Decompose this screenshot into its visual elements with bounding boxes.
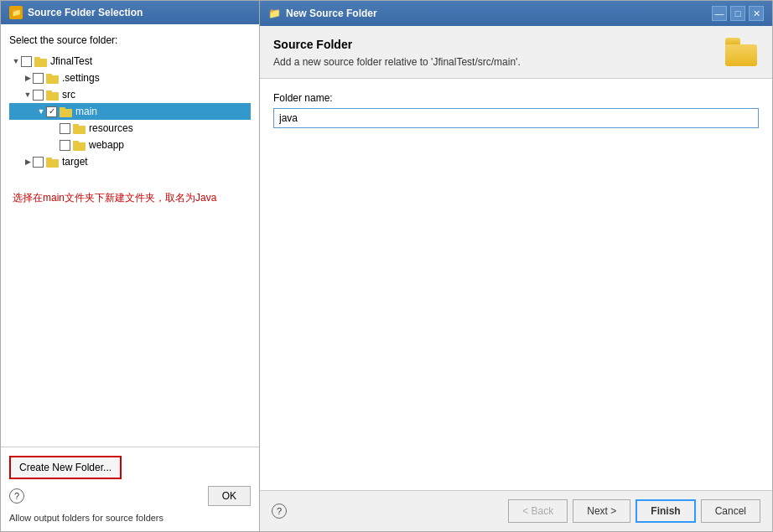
folder-name-input[interactable] <box>273 108 759 128</box>
folder-icon-src <box>46 90 60 101</box>
allow-output-text: Allow output folders for source folders <box>9 513 251 523</box>
folder-icon-webapp <box>73 140 86 151</box>
tree-label-main: main <box>75 103 97 120</box>
checkbox-jfinaltest[interactable] <box>21 56 32 67</box>
minimize-button[interactable]: — <box>712 6 727 21</box>
folder-icon-target <box>46 157 60 168</box>
annotation-text: 选择在main文件夹下新建文件夹，取名为Java <box>9 187 251 209</box>
checkbox-webapp[interactable] <box>60 140 70 151</box>
footer-buttons: < Back Next > Finish Cancel <box>508 499 760 523</box>
folder-icon-jfinaltest <box>34 56 48 67</box>
right-panel-titlebar: 📁 New Source Folder — □ ✕ <box>260 1 772 26</box>
tree-item-resources[interactable]: ▶ resources <box>9 120 251 137</box>
tree-label-settings: .settings <box>62 70 100 86</box>
right-panel-footer: ? < Back Next > Finish Cancel <box>260 490 772 531</box>
tree-label-src: src <box>62 86 75 103</box>
source-folder-heading: Source Folder <box>273 38 521 51</box>
tree-item-src[interactable]: ▼ src <box>9 86 251 103</box>
chevron-src[interactable]: ▼ <box>23 86 33 103</box>
folder-name-label: Folder name: <box>273 92 759 104</box>
checkbox-settings[interactable] <box>33 73 44 84</box>
big-folder-icon <box>725 38 759 66</box>
folder-icon-main <box>60 106 73 117</box>
left-panel-footer: Create New Folder... ? OK Allow output f… <box>1 447 259 531</box>
svg-rect-1 <box>34 57 40 60</box>
chevron-settings[interactable]: ▶ <box>23 70 33 86</box>
chevron-jfinaltest[interactable]: ▼ <box>11 53 21 70</box>
back-button[interactable]: < Back <box>508 499 568 523</box>
tree-label-webapp: webapp <box>89 137 124 153</box>
tree-item-webapp[interactable]: ▶ webapp <box>9 137 251 153</box>
new-source-folder-dialog: 📁 New Source Folder — □ ✕ Source Folder … <box>260 0 773 532</box>
header-text-block: Source Folder Add a new source folder re… <box>273 38 521 68</box>
tree-label-jfinaltest: JfinalTest <box>50 53 92 70</box>
tree-label-target: target <box>62 153 88 170</box>
left-panel-titlebar: 📁 Source Folder Selection <box>1 1 259 24</box>
tree-item-settings[interactable]: ▶ .settings <box>9 70 251 86</box>
checkbox-resources[interactable] <box>60 123 70 134</box>
checkbox-main[interactable]: ✓ <box>46 106 57 117</box>
svg-rect-7 <box>60 107 65 111</box>
select-folder-label: Select the source folder: <box>9 34 251 46</box>
title-controls: — □ ✕ <box>712 6 764 21</box>
tree-item-main[interactable]: ▼ ✓ main <box>9 103 251 120</box>
source-folder-selection-dialog: 📁 Source Folder Selection Select the sou… <box>0 0 260 532</box>
footer-left: ? <box>272 504 287 519</box>
folder-tree: ▼ JfinalTest ▶ .settings ▼ <box>9 53 251 170</box>
source-folder-icon: 📁 <box>9 6 23 19</box>
next-button[interactable]: Next > <box>573 499 630 523</box>
right-panel-title-label: New Source Folder <box>286 8 377 19</box>
svg-rect-11 <box>73 141 79 144</box>
right-panel-header: Source Folder Add a new source folder re… <box>260 26 772 79</box>
svg-rect-9 <box>73 124 79 127</box>
svg-rect-5 <box>46 90 52 94</box>
close-button[interactable]: ✕ <box>749 6 764 21</box>
checkbox-src[interactable] <box>33 90 44 101</box>
source-folder-desc: Add a new source folder relative to 'Jfi… <box>273 56 521 68</box>
svg-rect-13 <box>46 158 52 161</box>
new-source-folder-title-icon: 📁 <box>268 8 281 19</box>
right-panel-body: Folder name: <box>260 79 772 490</box>
cancel-button[interactable]: Cancel <box>701 499 760 523</box>
svg-rect-3 <box>46 74 52 77</box>
right-title-left: 📁 New Source Folder <box>268 8 377 19</box>
maximize-button[interactable]: □ <box>730 6 745 21</box>
create-new-folder-button[interactable]: Create New Folder... <box>9 456 122 479</box>
left-panel-body: Select the source folder: ▼ JfinalTest ▶ <box>1 24 259 447</box>
tree-label-resources: resources <box>89 120 133 137</box>
checkbox-target[interactable] <box>33 157 44 168</box>
bottom-row: ? OK <box>9 486 251 506</box>
folder-icon-resources <box>73 123 86 134</box>
folder-icon-settings <box>46 73 60 84</box>
left-help-icon[interactable]: ? <box>9 488 24 504</box>
ok-button[interactable]: OK <box>208 486 251 506</box>
left-panel-title-label: Source Folder Selection <box>28 7 143 18</box>
finish-button[interactable]: Finish <box>636 499 695 523</box>
tree-item-jfinaltest[interactable]: ▼ JfinalTest <box>9 53 251 70</box>
chevron-target[interactable]: ▶ <box>23 153 33 170</box>
chevron-main[interactable]: ▼ <box>36 103 46 120</box>
right-help-icon[interactable]: ? <box>272 504 287 519</box>
tree-item-target[interactable]: ▶ target <box>9 153 251 170</box>
